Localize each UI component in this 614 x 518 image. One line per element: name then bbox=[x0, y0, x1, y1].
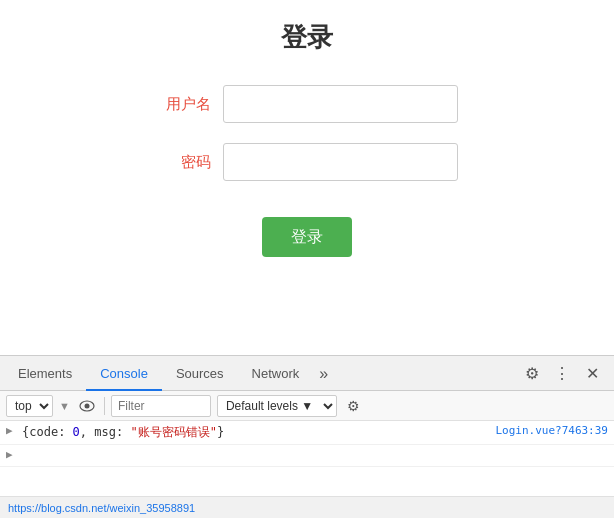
console-log-row: ▶ {code: 0, msg: "账号密码错误"} Login.vue?746… bbox=[0, 421, 614, 445]
eye-icon[interactable] bbox=[76, 395, 98, 417]
devtools-statusbar: https://blog.csdn.net/weixin_35958891 bbox=[0, 496, 614, 518]
username-label: 用户名 bbox=[156, 95, 211, 114]
console-log-text: {code: 0, msg: "账号密码错误"} bbox=[22, 424, 495, 441]
collapse-arrow[interactable]: ▶ bbox=[6, 424, 16, 437]
tab-console[interactable]: Console bbox=[86, 356, 162, 391]
console-settings-icon[interactable]: ⚙ bbox=[343, 395, 365, 417]
levels-selector[interactable]: Default levels ▼ bbox=[217, 395, 337, 417]
login-form: 用户名 密码 登录 bbox=[0, 85, 614, 257]
console-output: ▶ {code: 0, msg: "账号密码错误"} Login.vue?746… bbox=[0, 421, 614, 496]
devtools-tabs-bar: Elements Console Sources Network » ⚙ ⋮ ✕ bbox=[0, 356, 614, 391]
password-input[interactable] bbox=[223, 143, 458, 181]
console-source-link[interactable]: Login.vue?7463:39 bbox=[495, 424, 608, 437]
tab-network[interactable]: Network bbox=[238, 356, 314, 391]
close-devtools-icon[interactable]: ✕ bbox=[578, 359, 606, 387]
more-options-icon[interactable]: ⋮ bbox=[548, 359, 576, 387]
console-row-2: ▶ bbox=[0, 445, 614, 467]
more-tabs-button[interactable]: » bbox=[313, 356, 334, 391]
tab-elements[interactable]: Elements bbox=[4, 356, 86, 391]
toolbar-divider bbox=[104, 397, 105, 415]
context-selector[interactable]: top bbox=[6, 395, 53, 417]
statusbar-url: https://blog.csdn.net/weixin_35958891 bbox=[8, 502, 195, 514]
devtools-action-icons: ⚙ ⋮ ✕ bbox=[518, 359, 610, 387]
page-title: 登录 bbox=[281, 20, 333, 55]
main-page: 登录 用户名 密码 登录 bbox=[0, 0, 614, 355]
settings-icon[interactable]: ⚙ bbox=[518, 359, 546, 387]
username-row: 用户名 bbox=[156, 85, 458, 123]
console-toolbar: top ▼ Default levels ▼ ⚙ bbox=[0, 391, 614, 421]
devtools-panel: Elements Console Sources Network » ⚙ ⋮ ✕… bbox=[0, 355, 614, 518]
collapse-arrow-2[interactable]: ▶ bbox=[6, 448, 16, 461]
filter-input[interactable] bbox=[111, 395, 211, 417]
submit-button[interactable]: 登录 bbox=[262, 217, 352, 257]
password-label: 密码 bbox=[156, 153, 211, 172]
svg-point-1 bbox=[84, 403, 89, 408]
tab-sources[interactable]: Sources bbox=[162, 356, 238, 391]
username-input[interactable] bbox=[223, 85, 458, 123]
password-row: 密码 bbox=[156, 143, 458, 181]
